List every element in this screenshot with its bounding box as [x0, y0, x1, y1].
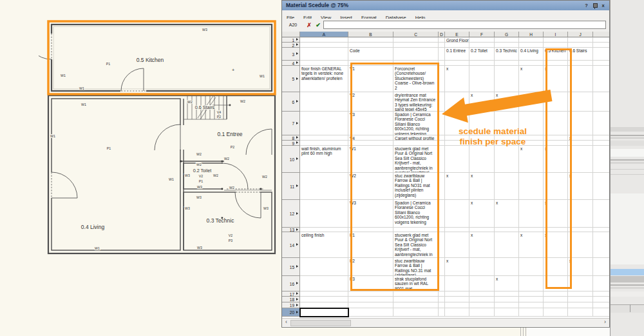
cell-H1[interactable]: [519, 37, 544, 43]
row-header-20[interactable]: 20: [282, 308, 300, 317]
cell-H9[interactable]: [519, 141, 544, 146]
cell-F20[interactable]: [469, 308, 495, 317]
row-header-19[interactable]: 19: [282, 302, 300, 308]
row-header-1[interactable]: 1: [282, 37, 300, 43]
cell-D4[interactable]: [439, 61, 445, 66]
cell-E1[interactable]: Grond Floor: [445, 37, 469, 43]
cell-E11[interactable]: x: [445, 173, 469, 200]
cell-E9[interactable]: [445, 141, 469, 146]
cell-A9[interactable]: [300, 141, 348, 146]
cell-I17[interactable]: [544, 292, 568, 297]
cell-H12[interactable]: [519, 200, 544, 228]
cell-E13[interactable]: [445, 228, 469, 232]
cell-tail9[interactable]: [593, 141, 609, 146]
cell-H3[interactable]: 0.4 Living: [519, 48, 544, 61]
cell-J17[interactable]: [568, 292, 593, 297]
cell-E4[interactable]: [445, 61, 469, 66]
cell-B3[interactable]: Code: [348, 48, 393, 61]
cell-E17[interactable]: [445, 292, 469, 297]
cell-A11[interactable]: [300, 173, 348, 200]
cell-G11[interactable]: [495, 173, 519, 200]
close-icon[interactable]: x: [600, 2, 607, 9]
cell-H14[interactable]: x: [519, 232, 544, 258]
cell-F11[interactable]: x: [469, 173, 495, 200]
cell-A15[interactable]: [300, 258, 348, 276]
cell-A17[interactable]: [300, 292, 348, 297]
cell-F13[interactable]: [469, 228, 495, 232]
row-header-4[interactable]: 4: [282, 61, 300, 66]
cell-tail4[interactable]: [593, 61, 609, 66]
cell-tail19[interactable]: [593, 302, 609, 308]
col-header-A[interactable]: A: [300, 32, 348, 37]
row-header-2[interactable]: 2: [282, 43, 300, 48]
cell-A10[interactable]: wall finish, aluminium plint 60 mm high: [300, 146, 348, 173]
cell-E12[interactable]: [445, 200, 469, 228]
cell-H2[interactable]: [519, 43, 544, 48]
cell-C2[interactable]: [393, 43, 439, 48]
cell-E15[interactable]: x: [445, 258, 469, 276]
cell-E6[interactable]: [445, 92, 469, 112]
cell-D19[interactable]: [439, 302, 445, 308]
cell-D13[interactable]: [439, 228, 445, 232]
cell-G6[interactable]: x: [495, 92, 519, 112]
cell-D20[interactable]: [439, 308, 445, 317]
cell-J20[interactable]: [568, 308, 593, 317]
cell-D10[interactable]: [439, 146, 445, 173]
cell-I18[interactable]: [544, 297, 568, 302]
cell-J18[interactable]: [568, 297, 593, 302]
row-header-17[interactable]: 17: [282, 292, 300, 297]
row-header-5[interactable]: 5: [282, 66, 300, 92]
cell-A16[interactable]: [300, 276, 348, 292]
col-header-B[interactable]: B: [348, 32, 393, 37]
cell-reference[interactable]: A20: [284, 21, 302, 29]
row-header-14[interactable]: 14: [282, 232, 300, 258]
cell-F10[interactable]: [469, 146, 495, 173]
cell-B1[interactable]: [348, 37, 393, 43]
cell-E19[interactable]: [445, 302, 469, 308]
row-header-18[interactable]: 18: [282, 297, 300, 302]
cell-A12[interactable]: [300, 200, 348, 228]
cell-F16[interactable]: [469, 276, 495, 292]
cell-tail2[interactable]: [593, 43, 609, 48]
row-header-8[interactable]: 8: [282, 135, 300, 141]
cell-tail15[interactable]: [593, 258, 609, 276]
formula-input[interactable]: [323, 21, 606, 29]
cell-A8[interactable]: [300, 135, 348, 141]
cell-A6[interactable]: [300, 92, 348, 112]
cell-G10[interactable]: [495, 146, 519, 173]
cell-B17[interactable]: [348, 292, 393, 297]
cell-F2[interactable]: [469, 43, 495, 48]
cell-H6[interactable]: [519, 92, 544, 112]
row-header-12[interactable]: 12: [282, 200, 300, 228]
cell-tail12[interactable]: [593, 200, 609, 228]
cell-H15[interactable]: [519, 258, 544, 276]
cell-F5[interactable]: [469, 66, 495, 92]
cell-H7[interactable]: [519, 112, 544, 135]
cell-H10[interactable]: x: [519, 146, 544, 173]
cell-B18[interactable]: [348, 297, 393, 302]
cell-A18[interactable]: [300, 297, 348, 302]
cell-D12[interactable]: [439, 200, 445, 228]
cell-A2[interactable]: [300, 43, 348, 48]
col-header-F[interactable]: F: [469, 32, 495, 37]
cancel-icon[interactable]: ✗: [305, 21, 313, 30]
cell-H19[interactable]: [519, 302, 544, 308]
cell-A13[interactable]: [300, 228, 348, 232]
cell-G9[interactable]: [495, 141, 519, 146]
cell-G5[interactable]: [495, 66, 519, 92]
cell-D14[interactable]: [439, 232, 445, 258]
cell-tail11[interactable]: [593, 173, 609, 200]
cell-J2[interactable]: [568, 43, 593, 48]
cell-A14[interactable]: ceiling finish: [300, 232, 348, 258]
col-header-D[interactable]: D: [439, 32, 445, 37]
cell-G17[interactable]: [495, 292, 519, 297]
cell-G20[interactable]: [495, 308, 519, 317]
cell-G3[interactable]: 0.3 Technic: [495, 48, 519, 61]
cell-G4[interactable]: [495, 61, 519, 66]
scrollbar-thumb[interactable]: [290, 320, 351, 326]
cell-F9[interactable]: [469, 141, 495, 146]
cell-A3[interactable]: [300, 48, 348, 61]
cell-G1[interactable]: [495, 37, 519, 43]
cell-E8[interactable]: [445, 135, 469, 141]
cell-E5[interactable]: x: [445, 66, 469, 92]
